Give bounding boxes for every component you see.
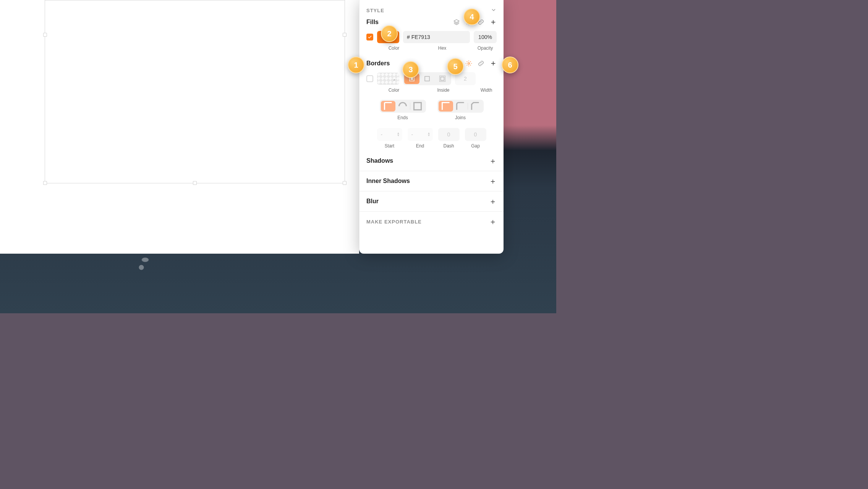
gap-input[interactable]: 0	[465, 128, 486, 141]
gap-label: Gap	[471, 143, 480, 149]
dash-label: Dash	[443, 143, 454, 149]
ends-square[interactable]	[410, 101, 425, 112]
marker-number: 6	[508, 61, 512, 70]
border-inside-label: Inside	[415, 87, 472, 93]
fill-hex-input[interactable]: # FE7913	[403, 31, 470, 43]
resize-handle-bleft[interactable]	[43, 181, 47, 185]
ends-round[interactable]	[395, 101, 410, 112]
svg-rect-5	[441, 77, 444, 81]
shadows-row[interactable]: Shadows ＋	[360, 151, 504, 171]
joins-label: Joins	[455, 115, 466, 120]
fill-hex-value: # FE7913	[407, 34, 430, 40]
joins-miter[interactable]	[439, 101, 453, 112]
export-title: MAKE EXPORTABLE	[366, 219, 422, 225]
borders-link-icon[interactable]	[478, 60, 484, 67]
borders-add-icon[interactable]	[490, 60, 497, 67]
border-enabled-check[interactable]	[366, 75, 373, 82]
stepper-arrows-icon: ▲▼	[397, 132, 400, 137]
fill-enabled-check[interactable]	[366, 34, 373, 40]
annotation-marker: 5	[447, 58, 464, 75]
export-add-icon[interactable]: ＋	[489, 218, 497, 225]
annotation-marker: 6	[502, 57, 518, 73]
joins-segment[interactable]	[437, 100, 484, 113]
marker-number: 2	[387, 29, 391, 38]
dash-value: 0	[447, 131, 450, 138]
marker-number: 3	[408, 65, 413, 74]
eyedropper-icon	[392, 76, 398, 81]
marker-number: 4	[470, 13, 474, 21]
ends-label: Ends	[397, 115, 408, 120]
ends-butt[interactable]	[381, 101, 395, 112]
border-width-value: 2	[464, 76, 467, 82]
borders-gear-icon[interactable]	[465, 60, 472, 67]
joins-bevel[interactable]	[468, 101, 483, 112]
end-stepper[interactable]: - ▲▼	[408, 128, 433, 141]
shadows-add-icon[interactable]: ＋	[489, 157, 497, 165]
svg-rect-4	[425, 76, 429, 81]
resize-handle-left[interactable]	[43, 33, 47, 37]
svg-point-1	[468, 63, 470, 65]
fill-color-label: Color	[377, 45, 411, 51]
start-value: -	[381, 131, 383, 138]
annotation-marker: 1	[348, 57, 364, 73]
border-color-swatch[interactable]	[377, 73, 399, 85]
fills-layers-icon[interactable]	[453, 19, 460, 26]
dash-input[interactable]: 0	[438, 128, 460, 141]
marker-number: 1	[354, 61, 358, 70]
start-stepper[interactable]: - ▲▼	[377, 128, 402, 141]
border-width-label: Width	[476, 87, 497, 93]
border-outside-opt[interactable]	[435, 73, 450, 84]
export-row[interactable]: MAKE EXPORTABLE ＋	[360, 212, 504, 232]
annotation-marker: 2	[381, 25, 398, 42]
resize-handle-right[interactable]	[343, 33, 347, 37]
inner-shadows-row[interactable]: Inner Shadows ＋	[360, 171, 504, 191]
canvas[interactable]	[0, 0, 359, 254]
inner-shadows-add-icon[interactable]: ＋	[489, 177, 497, 185]
resize-handle-bright[interactable]	[343, 181, 347, 185]
end-label: End	[416, 143, 424, 149]
inspector-panel: STYLE Fills	[359, 0, 504, 254]
blur-add-icon[interactable]: ＋	[489, 198, 497, 205]
fill-opacity-label: Opacity	[474, 45, 497, 51]
resize-handle-bottom[interactable]	[193, 181, 197, 185]
end-value: -	[411, 131, 413, 138]
border-center-opt[interactable]	[419, 73, 435, 84]
annotation-marker: 4	[463, 8, 480, 25]
fills-title: Fills	[366, 19, 379, 26]
svg-rect-7	[414, 103, 421, 110]
blur-title: Blur	[366, 198, 379, 205]
inner-shadows-title: Inner Shadows	[366, 178, 410, 185]
border-color-label: Color	[377, 87, 411, 93]
annotation-marker: 3	[402, 61, 419, 78]
fill-opacity-value: 100%	[478, 34, 492, 40]
shadows-title: Shadows	[366, 157, 393, 164]
borders-title: Borders	[366, 60, 390, 67]
blur-row[interactable]: Blur ＋	[360, 191, 504, 212]
fill-hex-label: Hex	[415, 45, 470, 51]
fills-add-icon[interactable]	[490, 19, 497, 26]
selection-bounding-box[interactable]	[45, 0, 345, 183]
marker-number: 5	[453, 62, 457, 71]
start-label: Start	[385, 143, 394, 149]
fill-opacity-input[interactable]: 100%	[474, 31, 497, 43]
style-collapse[interactable]	[491, 7, 497, 14]
ends-segment[interactable]	[380, 100, 426, 113]
style-section-title: STYLE	[366, 8, 384, 13]
joins-round[interactable]	[453, 101, 468, 112]
gap-value: 0	[474, 131, 477, 138]
stepper-arrows-icon: ▲▼	[428, 132, 431, 137]
